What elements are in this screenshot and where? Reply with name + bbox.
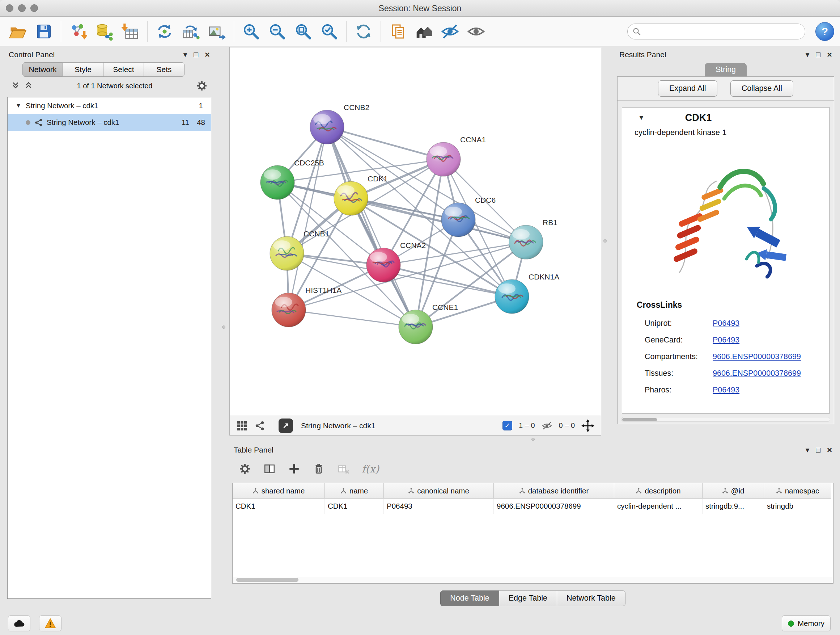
splitter-handle[interactable] bbox=[531, 438, 535, 441]
close-window-button[interactable] bbox=[6, 4, 13, 12]
network-canvas[interactable]: CCNB2CCNA1CDC25BCDK1CDC6RB1CCNB1CCNA2CDK… bbox=[230, 48, 601, 416]
table-horizontal-scrollbar[interactable] bbox=[233, 577, 832, 583]
zoom-selected-button[interactable] bbox=[317, 19, 341, 43]
copy-annotation-button[interactable] bbox=[386, 19, 410, 43]
panel-close-icon[interactable]: × bbox=[205, 50, 210, 60]
network-edge[interactable] bbox=[327, 127, 416, 327]
maximize-window-button[interactable] bbox=[30, 4, 38, 12]
expand-all-button[interactable]: Expand All bbox=[658, 80, 717, 97]
network-node-CCNA1[interactable]: CCNA1 bbox=[426, 135, 486, 176]
memory-button[interactable]: Memory bbox=[782, 616, 831, 631]
collapse-triangle-icon[interactable]: ▼ bbox=[638, 114, 645, 122]
crosslink-link[interactable]: P06493 bbox=[713, 386, 739, 394]
import-network-file-button[interactable] bbox=[66, 19, 90, 43]
cloud-status-button[interactable] bbox=[8, 616, 30, 631]
gene-panel-header[interactable]: ▼ CDK1 bbox=[622, 108, 829, 128]
panel-float-icon[interactable]: □ bbox=[194, 50, 198, 59]
expand-all-icon[interactable] bbox=[24, 81, 33, 90]
crosslink-link[interactable]: 9606.ENSP00000378699 bbox=[713, 352, 801, 361]
column-header-name[interactable]: name bbox=[325, 483, 384, 499]
open-session-button[interactable] bbox=[6, 19, 30, 43]
warnings-button[interactable] bbox=[39, 616, 62, 631]
network-edge[interactable] bbox=[289, 310, 416, 327]
minimize-window-button[interactable] bbox=[18, 4, 26, 12]
help-button[interactable]: ? bbox=[815, 22, 834, 41]
add-column-icon[interactable] bbox=[288, 463, 300, 475]
column-header-description[interactable]: description bbox=[614, 483, 703, 499]
search-input[interactable] bbox=[627, 24, 805, 40]
column-header-canonical-name[interactable]: canonical name bbox=[384, 483, 494, 499]
zoom-in-button[interactable] bbox=[239, 19, 263, 43]
table-cell[interactable]: 9606.ENSP00000378699 bbox=[494, 499, 614, 514]
tab-style[interactable]: Style bbox=[63, 62, 103, 77]
network-node-CCNB2[interactable]: CCNB2 bbox=[310, 103, 369, 144]
column-header-namespac[interactable]: namespac bbox=[764, 483, 831, 499]
panel-menu-icon[interactable]: ▾ bbox=[806, 446, 810, 454]
collapse-all-button[interactable]: Collapse All bbox=[730, 80, 793, 97]
table-row[interactable]: CDK1CDK1P064939606.ENSP00000378699cyclin… bbox=[233, 499, 833, 514]
network-from-table-button[interactable] bbox=[179, 19, 202, 43]
move-crosshair-icon[interactable] bbox=[581, 419, 594, 432]
hide-selected-button[interactable] bbox=[438, 19, 462, 43]
tab-edge-table[interactable]: Edge Table bbox=[499, 591, 557, 606]
splitter-handle[interactable] bbox=[603, 239, 607, 242]
delete-column-icon[interactable] bbox=[313, 463, 325, 475]
tab-network-table[interactable]: Network Table bbox=[557, 591, 625, 606]
panel-close-icon[interactable]: × bbox=[827, 50, 832, 60]
birds-eye-view-icon[interactable] bbox=[236, 420, 248, 432]
collapse-all-icon[interactable] bbox=[11, 81, 20, 90]
function-builder-button[interactable]: f(x) bbox=[362, 463, 379, 475]
network-collection-row[interactable]: ▼ String Network – cdk1 1 bbox=[8, 97, 211, 114]
table-cell[interactable]: CDK1 bbox=[325, 499, 384, 514]
column-header--id[interactable]: @id bbox=[703, 483, 764, 499]
export-image-button[interactable] bbox=[205, 19, 229, 43]
table-cell[interactable]: cyclin-dependent ... bbox=[614, 499, 703, 514]
network-edge[interactable] bbox=[351, 198, 526, 242]
zoom-out-button[interactable] bbox=[265, 19, 289, 43]
zoom-fit-button[interactable] bbox=[291, 19, 315, 43]
show-all-button[interactable] bbox=[464, 19, 488, 43]
splitter-handle[interactable] bbox=[222, 325, 225, 329]
network-node-CDKN1A[interactable]: CDKN1A bbox=[495, 272, 559, 314]
tab-network[interactable]: Network bbox=[22, 62, 63, 77]
tab-select[interactable]: Select bbox=[103, 62, 144, 77]
disclosure-triangle-icon[interactable]: ▼ bbox=[16, 103, 26, 109]
graph-view-icon[interactable] bbox=[254, 420, 265, 431]
network-node-CDC6[interactable]: CDC6 bbox=[441, 196, 496, 237]
panel-float-icon[interactable]: □ bbox=[816, 50, 821, 59]
crosslink-link[interactable]: 9606.ENSP00000378699 bbox=[713, 369, 801, 378]
apply-layout-button[interactable] bbox=[352, 19, 376, 43]
table-cell[interactable]: CDK1 bbox=[233, 499, 325, 514]
clone-network-button[interactable] bbox=[153, 19, 177, 43]
table-cell[interactable]: P06493 bbox=[384, 499, 494, 514]
network-row-selected[interactable]: String Network – cdk1 11 48 bbox=[8, 114, 211, 131]
panel-close-icon[interactable]: × bbox=[827, 445, 832, 455]
tab-node-table[interactable]: Node Table bbox=[440, 591, 499, 606]
panel-menu-icon[interactable]: ▾ bbox=[806, 50, 810, 59]
column-header-shared-name[interactable]: shared name bbox=[233, 483, 325, 499]
crosslink-link[interactable]: P06493 bbox=[713, 319, 739, 328]
table-cell[interactable]: stringdb bbox=[764, 499, 831, 514]
table-gear-icon[interactable] bbox=[239, 463, 251, 475]
scrollbar-thumb[interactable] bbox=[236, 578, 298, 582]
network-node-HIST1H1A[interactable]: HIST1H1A bbox=[272, 286, 341, 327]
save-session-button[interactable] bbox=[32, 19, 56, 43]
import-network-database-button[interactable] bbox=[92, 19, 116, 43]
network-node-CCNB1[interactable]: CCNB1 bbox=[270, 230, 329, 271]
tab-sets[interactable]: Sets bbox=[144, 62, 185, 77]
scrollbar-thumb[interactable] bbox=[622, 418, 657, 421]
string-tab[interactable]: String bbox=[705, 63, 747, 76]
select-columns-icon[interactable] bbox=[264, 463, 276, 475]
import-table-button[interactable] bbox=[118, 19, 142, 43]
table-cell[interactable]: stringdb:9... bbox=[703, 499, 764, 514]
network-node-CDK1[interactable]: CDK1 bbox=[334, 174, 388, 215]
panel-float-icon[interactable]: □ bbox=[816, 446, 821, 454]
column-header-database-identifier[interactable]: database identifier bbox=[494, 483, 614, 499]
network-node-RB1[interactable]: RB1 bbox=[509, 218, 557, 259]
detach-view-button[interactable] bbox=[279, 418, 293, 433]
network-edge[interactable] bbox=[289, 127, 327, 310]
results-horizontal-scrollbar[interactable] bbox=[621, 417, 830, 422]
panel-menu-icon[interactable]: ▾ bbox=[183, 50, 187, 59]
gear-icon[interactable] bbox=[196, 80, 208, 92]
selected-checkbox[interactable]: ✓ bbox=[502, 421, 512, 431]
